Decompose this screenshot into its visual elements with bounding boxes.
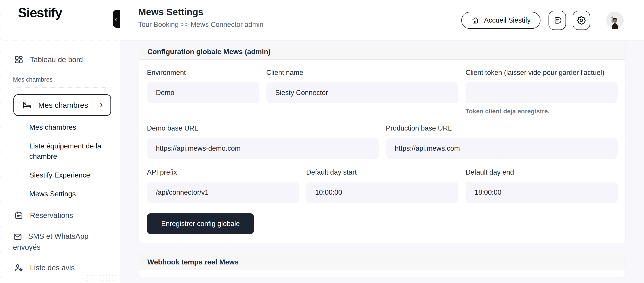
webhook-card-body (139, 270, 625, 277)
sidebar-item-label: SMS et WhatsApp envoyés (13, 232, 88, 251)
global-config-card: Configuration globale Mews (admin) Envir… (139, 44, 626, 243)
field-production-base-url: Production base URL (386, 124, 618, 159)
production-base-url-label: Production base URL (386, 124, 618, 132)
settings-button[interactable] (573, 11, 590, 30)
card-title: Webhook temps reel Mews (147, 258, 238, 266)
client-token-helper: Token client deja enregistre. (466, 108, 618, 115)
app-logo: Siestify (18, 5, 62, 20)
default-day-start-input[interactable] (306, 182, 458, 203)
sidebar-item-sms-whatsapp[interactable]: SMS et WhatsApp envoyés (13, 231, 109, 252)
default-day-end-input[interactable] (466, 182, 618, 203)
calendar-icon (14, 210, 24, 220)
sidebar-item-label: Réservations (30, 211, 73, 220)
chevron-right-icon: › (100, 100, 103, 110)
sidebar-submenu: Mes chambres Liste équipement de la cham… (18, 118, 120, 203)
field-default-day-end: Default day end (466, 168, 618, 203)
save-global-config-button[interactable]: Enregistrer config globale (147, 213, 254, 234)
production-base-url-input[interactable] (386, 138, 618, 159)
accueil-siestify-button[interactable]: Accueil Siestify (461, 12, 540, 29)
environment-input[interactable] (147, 82, 259, 103)
sidebar-item-tableau-de-bord[interactable]: Tableau de bord (14, 55, 120, 64)
sidebar-corner-texture (86, 274, 120, 283)
field-default-day-start: Default day start (306, 168, 458, 203)
header-actions: Accueil Siestify (461, 0, 624, 40)
api-prefix-label: API prefix (147, 168, 299, 176)
submenu-item-mews-settings[interactable]: Mews Settings (29, 189, 104, 199)
client-token-input[interactable] (466, 82, 618, 103)
sidebar-item-mes-chambres-active[interactable]: Mes chambres › (14, 94, 111, 116)
chat-button[interactable] (548, 11, 566, 30)
demo-base-url-input[interactable] (147, 138, 379, 159)
api-prefix-input[interactable] (147, 182, 299, 203)
global-config-card-body: Environment Client name Client token (la… (139, 60, 625, 243)
gear-icon (576, 15, 586, 26)
avatar-image (606, 12, 624, 29)
breadcrumb: Tour Booking >> Mews Connector admin (138, 20, 264, 28)
user-star-icon (14, 263, 24, 273)
chat-icon (552, 16, 562, 25)
sidebar-section-divider (13, 87, 111, 88)
sidebar-collapse-button[interactable]: ‹ (113, 10, 120, 28)
sidebar-item-label: Tableau de bord (30, 56, 83, 64)
card-title: Configuration globale Mews (admin) (147, 48, 270, 56)
bed-icon (22, 100, 32, 110)
top-header: Mews Settings Tour Booking >> Mews Conne… (120, 0, 644, 40)
sidebar-item-reservations[interactable]: Réservations (14, 210, 120, 220)
webhook-card-header: Webhook temps reel Mews (139, 254, 625, 270)
sidebar-item-label: Liste des avis (30, 264, 75, 272)
client-name-input[interactable] (266, 82, 458, 103)
field-environment: Environment (147, 69, 259, 115)
submenu-item-siestify-experience[interactable]: Siestify Experience (29, 170, 104, 180)
home-icon (471, 16, 479, 24)
client-token-label: Client token (laisser vide pour garder l… (466, 69, 618, 77)
sidebar-section-label: Mes chambres (13, 76, 120, 83)
demo-base-url-label: Demo base URL (147, 124, 379, 132)
accueil-siestify-label: Accueil Siestify (484, 16, 531, 24)
webhook-card: Webhook temps reel Mews (139, 254, 626, 277)
dashboard-icon (14, 55, 24, 64)
field-client-token: Client token (laisser vide pour garder l… (466, 69, 618, 115)
sidebar: Siestify ‹ Tableau de bord Mes chambres … (0, 0, 120, 283)
sidebar-nav: Tableau de bord Mes chambres Mes chambre… (0, 40, 120, 273)
screen-edge-dashes (0, 14, 0, 283)
field-demo-base-url: Demo base URL (147, 124, 379, 159)
global-config-card-header: Configuration globale Mews (admin) (139, 44, 625, 60)
field-api-prefix: API prefix (147, 168, 299, 203)
sidebar-item-label: Mes chambres (38, 101, 88, 110)
main-content: Configuration globale Mews (admin) Envir… (120, 40, 644, 283)
mail-icon (13, 232, 22, 242)
page-title: Mews Settings (138, 7, 204, 18)
field-client-name: Client name (266, 69, 458, 115)
default-day-end-label: Default day end (466, 168, 618, 176)
submenu-item-mes-chambres[interactable]: Mes chambres (29, 122, 104, 132)
user-avatar[interactable] (606, 12, 624, 29)
default-day-start-label: Default day start (306, 168, 458, 176)
client-name-label: Client name (266, 69, 458, 77)
submenu-item-liste-equipement[interactable]: Liste équipement de la chambre (29, 141, 104, 162)
chevron-left-icon: ‹ (114, 14, 117, 23)
sidebar-item-liste-des-avis[interactable]: Liste des avis (14, 263, 120, 273)
environment-label: Environment (147, 69, 259, 77)
